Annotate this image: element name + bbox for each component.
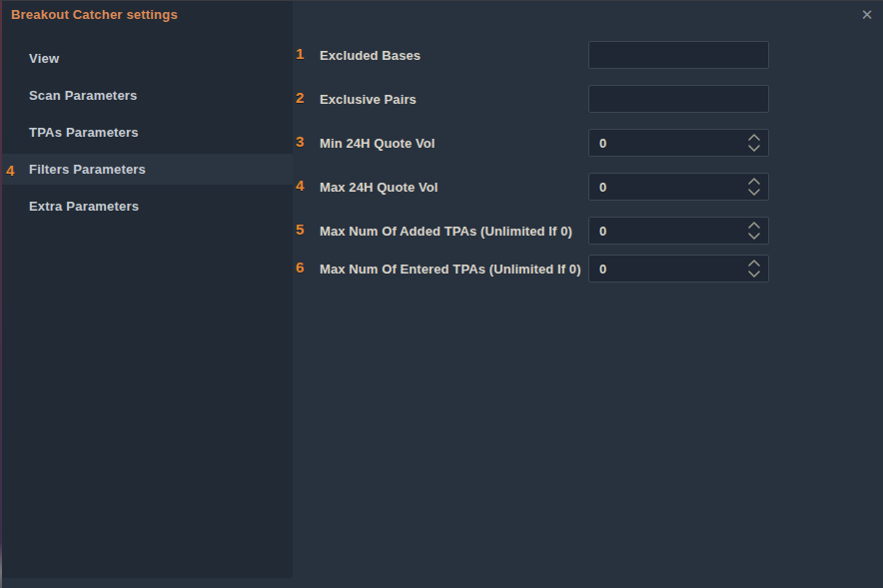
spinner-up-down-icon[interactable]	[747, 176, 761, 198]
field-input-wrap	[588, 129, 769, 157]
hint-badge: 4	[6, 161, 14, 178]
field-input[interactable]	[588, 217, 769, 245]
field-input-wrap	[588, 41, 769, 69]
background-window-edge	[0, 1, 2, 588]
spinner-up-down-icon[interactable]	[747, 132, 761, 154]
field-label: Exclusive Pairs	[320, 85, 588, 108]
sidebar-item-label: Extra Parameters	[29, 199, 139, 214]
field-input[interactable]	[588, 255, 769, 283]
form-row: 1 Excluded Bases	[296, 41, 769, 69]
field-label: Excluded Bases	[320, 41, 588, 64]
field-input-wrap	[588, 217, 769, 245]
close-icon[interactable]: ✕	[858, 5, 876, 23]
sidebar-item-label: Filters Parameters	[29, 162, 146, 177]
sidebar-item-tpas-parameters[interactable]: TPAs Parameters	[2, 114, 293, 151]
sidebar-item-label: Scan Parameters	[29, 88, 138, 103]
sidebar-item-filters-parameters[interactable]: 4 Filters Parameters	[2, 154, 293, 185]
sidebar-item-label: TPAs Parameters	[29, 125, 139, 140]
spinner-up-down-icon[interactable]	[747, 220, 761, 242]
sidebar-item-extra-parameters[interactable]: Extra Parameters	[2, 188, 293, 225]
sidebar-nav: View Scan Parameters TPAs Parameters 4 F…	[2, 40, 293, 225]
sidebar-item-label: View	[29, 51, 59, 66]
hint-badge: 4	[296, 173, 320, 194]
settings-sidebar: Breakout Catcher settings View Scan Para…	[2, 1, 293, 578]
hint-badge: 3	[296, 129, 320, 150]
hint-badge: 2	[296, 85, 320, 106]
hint-badge: 5	[296, 217, 320, 238]
form-row: 3 Min 24H Quote Vol	[296, 129, 769, 157]
sidebar-item-view[interactable]: View	[2, 40, 293, 77]
field-input[interactable]	[588, 41, 769, 69]
field-label: Max 24H Quote Vol	[320, 173, 588, 196]
dialog-titlebar: Breakout Catcher settings	[2, 1, 293, 27]
field-input-wrap	[588, 173, 769, 201]
form-row: 6 Max Num Of Entered TPAs (Unlimited If …	[296, 255, 769, 283]
field-label: Max Num Of Added TPAs (Unlimited If 0)	[320, 217, 588, 240]
form-row: 2 Exclusive Pairs	[296, 85, 769, 113]
field-input-wrap	[588, 255, 769, 283]
filters-parameters-form: 1 Excluded Bases 2 Exclusive Pairs 3 Min…	[296, 41, 769, 298]
field-label: Min 24H Quote Vol	[320, 129, 588, 152]
dialog-title: Breakout Catcher settings	[11, 7, 178, 22]
hint-badge: 1	[296, 41, 320, 62]
form-row: 5 Max Num Of Added TPAs (Unlimited If 0)	[296, 217, 769, 245]
form-row: 4 Max 24H Quote Vol	[296, 173, 769, 201]
spinner-up-down-icon[interactable]	[747, 258, 761, 280]
field-input-wrap	[588, 85, 769, 113]
sidebar-item-scan-parameters[interactable]: Scan Parameters	[2, 77, 293, 114]
field-label: Max Num Of Entered TPAs (Unlimited If 0)	[320, 255, 588, 278]
field-input[interactable]	[588, 173, 769, 201]
field-input[interactable]	[588, 129, 769, 157]
hint-badge: 6	[296, 255, 320, 276]
settings-dialog: Breakout Catcher settings View Scan Para…	[0, 0, 883, 588]
field-input[interactable]	[588, 85, 769, 113]
